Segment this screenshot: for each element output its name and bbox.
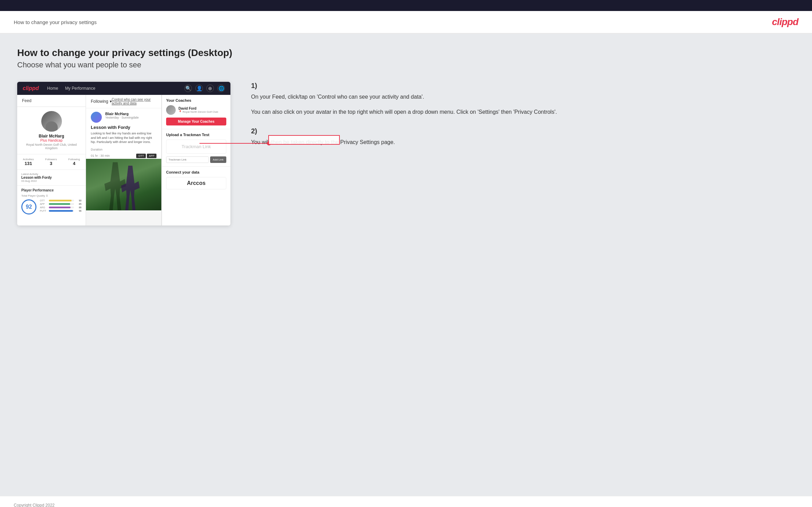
post-duration-value: 01 hr : 30 min OTT APP [86, 153, 161, 159]
avatar [41, 111, 62, 132]
connect-section: Connect your data Arccos [162, 166, 230, 193]
info-icon: ℹ [46, 194, 47, 197]
app-bar-row: APP 85 [40, 203, 82, 205]
top-bar [0, 0, 812, 11]
post-header: Blair McHarg Yesterday · Sunningdale [86, 108, 161, 125]
avatar-icon[interactable]: 🌐 [217, 85, 225, 92]
instructions-panel: 1) On your Feed, click/tap on 'Control w… [244, 82, 795, 158]
header: How to change your privacy settings clip… [0, 11, 812, 34]
step-1-number: 1) [251, 82, 795, 90]
page-heading: How to change your privacy settings (Des… [17, 47, 795, 58]
manage-coaches-button[interactable]: Manage Your Coaches [166, 118, 226, 125]
app-bar-track [49, 203, 74, 205]
app-nav-links: Home My Performance [47, 86, 95, 91]
app-label: APP [40, 203, 47, 205]
putt-bar-fill [49, 210, 73, 212]
post-avatar [91, 112, 102, 123]
footer-copyright: Copyright Clippd 2022 [14, 503, 55, 507]
search-icon[interactable]: 🔍 [184, 85, 192, 92]
app-sidebar: Feed Blair McHarg Plus Handicap Royal No… [17, 95, 86, 225]
arg-bar-fill [49, 207, 71, 208]
arg-bar-row: ARG 86 [40, 206, 82, 209]
feed-tab[interactable]: Feed [17, 95, 86, 107]
activities-value: 131 [23, 161, 34, 166]
coach-avatar [166, 105, 176, 115]
following-value: 4 [68, 161, 80, 166]
trackman-input[interactable] [166, 156, 209, 163]
plus-icon[interactable]: ⊕ [206, 85, 214, 92]
followers-stat: Followers 3 [45, 158, 57, 166]
profile-card: Blair McHarg Plus Handicap Royal North D… [17, 107, 86, 154]
header-title: How to change your privacy settings [14, 19, 97, 25]
coaches-section: Your Coaches David Ford 📍 Royal North De… [162, 95, 230, 129]
post-title: Lesson with Fordy [86, 125, 161, 131]
trackman-placeholder: Trackman Link [166, 140, 226, 154]
location-icon: 📍 [178, 110, 182, 113]
app-nav-home[interactable]: Home [47, 86, 58, 91]
arg-value: 86 [75, 206, 82, 209]
putt-label: PUTT [40, 210, 47, 212]
following-label: Following [68, 158, 80, 161]
app-nav: clippd Home My Performance 🔍 👤 ⊕ 🌐 [17, 82, 230, 95]
golfer-silhouette-2 [120, 166, 141, 210]
add-link-button[interactable]: Add Link [210, 156, 226, 163]
annotation-arrow-line [199, 143, 268, 144]
app-right-sidebar: Your Coaches David Ford 📍 Royal North De… [162, 95, 230, 225]
app-badge: APP [147, 154, 156, 158]
coach-name: David Ford [178, 107, 218, 110]
following-dropdown[interactable]: Following ▾ [91, 99, 112, 104]
avatar-inner [45, 121, 58, 132]
step-2-number: 2) [251, 127, 795, 135]
profile-tag: Plus Handicap [21, 139, 82, 142]
quality-bars: OTT 90 APP 85 [40, 199, 82, 213]
perf-title: Player Performance [21, 188, 82, 192]
red-highlight-box [268, 135, 340, 145]
latest-date: 03 Aug 2022 [21, 179, 82, 183]
putt-value: 96 [75, 210, 82, 212]
logo: clippd [772, 16, 798, 27]
control-privacy-link[interactable]: Control who can see your activity and da… [112, 98, 156, 105]
coach-item: David Ford 📍 Royal North Devon Golf Club [166, 105, 226, 115]
app-nav-icons: 🔍 👤 ⊕ 🌐 [184, 85, 225, 92]
post-desc: Looking to feel like my hands are exitin… [86, 131, 161, 146]
trackman-input-row: Add Link [166, 156, 226, 163]
followers-label: Followers [45, 158, 57, 161]
app-nav-performance[interactable]: My Performance [65, 86, 95, 91]
person-icon[interactable]: 👤 [195, 85, 203, 92]
profile-name: Blair McHarg [21, 134, 82, 139]
ott-value: 90 [75, 199, 82, 202]
activities-label: Activities [23, 158, 34, 161]
feed-post: Blair McHarg Yesterday · Sunningdale Les… [86, 108, 161, 211]
coach-info: David Ford 📍 Royal North Devon Golf Club [178, 107, 218, 113]
coaches-title: Your Coaches [166, 98, 226, 102]
app-feed: Following ▾ Control who can see your act… [86, 95, 162, 225]
connect-title: Connect your data [166, 170, 226, 174]
app-mockup: clippd Home My Performance 🔍 👤 ⊕ 🌐 [17, 82, 230, 225]
arg-label: ARG [40, 206, 47, 209]
demo-layout: clippd Home My Performance 🔍 👤 ⊕ 🌐 [17, 82, 795, 225]
latest-label: Latest Activity [21, 173, 82, 176]
feed-following-bar: Following ▾ Control who can see your act… [86, 95, 161, 108]
latest-activity: Latest Activity Lesson with Fordy 03 Aug… [17, 170, 86, 186]
app-body: Feed Blair McHarg Plus Handicap Royal No… [17, 95, 230, 225]
trackman-title: Upload a Trackman Test [166, 133, 226, 137]
score-circle: 92 [21, 199, 36, 214]
post-author-info: Blair McHarg Yesterday · Sunningdale [105, 112, 139, 119]
arg-bar-track [49, 207, 74, 208]
putt-bar-track [49, 210, 74, 212]
arccos-logo: Arccos [166, 177, 226, 189]
coach-club: 📍 Royal North Devon Golf Club [178, 110, 218, 113]
following-stat: Following 4 [68, 158, 80, 166]
app-value: 85 [75, 203, 82, 205]
step-1-text-part2: You can also click on your avatar in the… [251, 108, 795, 117]
page-subheading: Choose what you want people to see [17, 60, 795, 69]
post-image [86, 159, 161, 210]
quality-body: 92 OTT 90 APP [21, 199, 82, 214]
post-author: Blair McHarg [105, 112, 139, 116]
trackman-section: Upload a Trackman Test Trackman Link Add… [162, 129, 230, 166]
profile-stats: Activities 131 Followers 3 Following 4 [17, 154, 86, 170]
profile-club: Royal North Devon Golf Club, United King… [21, 143, 82, 150]
instruction-step-1: 1) On your Feed, click/tap on 'Control w… [251, 82, 795, 116]
quality-label: Total Player Quality ℹ [21, 194, 82, 197]
app-mockup-wrapper: clippd Home My Performance 🔍 👤 ⊕ 🌐 [17, 82, 230, 225]
